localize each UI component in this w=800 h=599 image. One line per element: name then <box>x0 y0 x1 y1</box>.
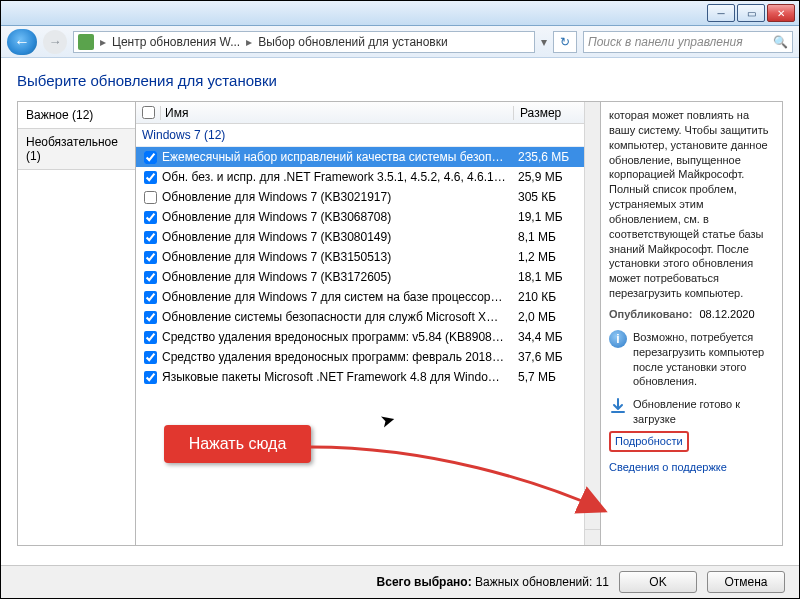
search-placeholder: Поиск в панели управления <box>588 35 743 49</box>
breadcrumb-segment[interactable]: Выбор обновлений для установки <box>258 35 448 49</box>
row-checkbox[interactable] <box>144 231 157 244</box>
table-row[interactable]: Обновление для Windows 7 (KB3021917)305 … <box>136 187 584 207</box>
row-checkbox[interactable] <box>144 331 157 344</box>
maximize-button[interactable]: ▭ <box>737 4 765 22</box>
tab-label: Важное (12) <box>26 108 93 122</box>
table-row[interactable]: Обновление для Windows 7 (KB3150513)1,2 … <box>136 247 584 267</box>
row-size: 1,2 МБ <box>512 250 582 264</box>
page-title: Выберите обновления для установки <box>17 72 783 89</box>
row-checkbox[interactable] <box>144 371 157 384</box>
search-icon: 🔍 <box>773 35 788 49</box>
row-name: Обновление для Windows 7 (KB3150513) <box>162 250 512 264</box>
scroll-corner <box>584 529 600 545</box>
row-name: Языковые пакеты Microsoft .NET Framework… <box>162 370 512 384</box>
row-checkbox[interactable] <box>144 151 157 164</box>
select-all-checkbox[interactable] <box>142 106 155 119</box>
close-button[interactable]: ✕ <box>767 4 795 22</box>
row-size: 210 КБ <box>512 290 582 304</box>
row-size: 37,6 МБ <box>512 350 582 364</box>
row-name: Обновление для Windows 7 (KB3172605) <box>162 270 512 284</box>
row-name: Средство удаления вредоносных программ: … <box>162 350 512 364</box>
row-size: 18,1 МБ <box>512 270 582 284</box>
bottom-bar: Всего выбрано: Важных обновлений: 11 OK … <box>1 565 799 598</box>
window: ─ ▭ ✕ ← → ▸ Центр обновления W... ▸ Выбо… <box>0 0 800 599</box>
table-row[interactable]: Обновление системы безопасности для служ… <box>136 307 584 327</box>
forward-button: → <box>43 30 67 54</box>
row-size: 25,9 МБ <box>512 170 582 184</box>
row-checkbox[interactable] <box>144 191 157 204</box>
row-checkbox[interactable] <box>144 291 157 304</box>
table-row[interactable]: Средство удаления вредоносных программ: … <box>136 347 584 367</box>
row-name: Ежемесячный набор исправлений качества с… <box>162 150 512 164</box>
table-row[interactable]: Обновление для Windows 7 (KB3068708)19,1… <box>136 207 584 227</box>
tab-important[interactable]: Важное (12) <box>18 102 135 129</box>
navbar: ← → ▸ Центр обновления W... ▸ Выбор обно… <box>1 26 799 58</box>
content-area: Выберите обновления для установки Важное… <box>1 58 799 565</box>
dropdown-icon[interactable]: ▾ <box>541 35 547 49</box>
status-label: Всего выбрано: <box>377 575 472 589</box>
update-description: которая может повлиять на вашу систему. … <box>609 108 774 301</box>
row-checkbox[interactable] <box>144 311 157 324</box>
vertical-scrollbar[interactable] <box>584 124 600 545</box>
row-name: Обн. без. и испр. для .NET Framework 3.5… <box>162 170 512 184</box>
download-icon <box>609 397 627 415</box>
table-row[interactable]: Ежемесячный набор исправлений качества с… <box>136 147 584 167</box>
row-checkbox[interactable] <box>144 351 157 364</box>
support-link[interactable]: Сведения о поддержке <box>609 461 727 473</box>
row-name: Обновление для Windows 7 (KB3021917) <box>162 190 512 204</box>
chevron-right-icon: ▸ <box>246 35 252 49</box>
titlebar: ─ ▭ ✕ <box>1 1 799 26</box>
row-name: Средство удаления вредоносных программ: … <box>162 330 512 344</box>
row-name: Обновление для Windows 7 (KB3068708) <box>162 210 512 224</box>
published-label: Опубликовано: <box>609 308 692 320</box>
row-size: 305 КБ <box>512 190 582 204</box>
row-name: Обновление для Windows 7 для систем на б… <box>162 290 512 304</box>
search-input[interactable]: Поиск в панели управления 🔍 <box>583 31 793 53</box>
row-checkbox[interactable] <box>144 211 157 224</box>
table-row[interactable]: Обновление для Windows 7 для систем на б… <box>136 287 584 307</box>
control-panel-icon <box>78 34 94 50</box>
list-header: Имя Размер <box>136 102 600 124</box>
row-size: 235,6 МБ <box>512 150 582 164</box>
column-header-name[interactable]: Имя <box>160 106 514 120</box>
list-group-header[interactable]: Windows 7 (12) <box>136 124 584 147</box>
chevron-right-icon: ▸ <box>100 35 106 49</box>
table-row[interactable]: Средство удаления вредоносных программ: … <box>136 327 584 347</box>
arrow-right-icon: → <box>49 34 62 49</box>
download-ready: Обновление готово к загрузке <box>633 397 774 427</box>
published-date: 08.12.2020 <box>700 308 755 320</box>
row-size: 19,1 МБ <box>512 210 582 224</box>
row-size: 8,1 МБ <box>512 230 582 244</box>
table-row[interactable]: Обновление для Windows 7 (KB3080149)8,1 … <box>136 227 584 247</box>
row-size: 5,7 МБ <box>512 370 582 384</box>
details-link[interactable]: Подробности <box>609 431 689 452</box>
address-bar[interactable]: ▸ Центр обновления W... ▸ Выбор обновлен… <box>73 31 535 53</box>
table-row[interactable]: Обновление для Windows 7 (KB3172605)18,1… <box>136 267 584 287</box>
column-header-size[interactable]: Размер <box>514 106 584 120</box>
table-row[interactable]: Языковые пакеты Microsoft .NET Framework… <box>136 367 584 387</box>
row-size: 34,4 МБ <box>512 330 582 344</box>
info-icon: i <box>609 330 627 348</box>
row-size: 2,0 МБ <box>512 310 582 324</box>
row-checkbox[interactable] <box>144 171 157 184</box>
ok-button[interactable]: OK <box>619 571 697 593</box>
minimize-button[interactable]: ─ <box>707 4 735 22</box>
tab-optional[interactable]: Необязательное (1) <box>18 129 135 170</box>
restart-notice: Возможно, потребуется перезагрузить комп… <box>633 330 774 389</box>
updates-list: Имя Размер Windows 7 (12) Ежемесячный на… <box>135 101 601 546</box>
row-checkbox[interactable] <box>144 251 157 264</box>
breadcrumb-segment[interactable]: Центр обновления W... <box>112 35 240 49</box>
details-pane: которая может повлиять на вашу систему. … <box>601 101 783 546</box>
row-name: Обновление системы безопасности для служ… <box>162 310 512 324</box>
category-tabs: Важное (12) Необязательное (1) <box>17 101 135 546</box>
back-button[interactable]: ← <box>7 29 37 55</box>
tab-label: Необязательное (1) <box>26 135 118 163</box>
status-value: Важных обновлений: 11 <box>475 575 609 589</box>
row-checkbox[interactable] <box>144 271 157 284</box>
refresh-button[interactable]: ↻ <box>553 31 577 53</box>
scrollbar-placeholder <box>584 102 600 124</box>
cancel-button[interactable]: Отмена <box>707 571 785 593</box>
table-row[interactable]: Обн. без. и испр. для .NET Framework 3.5… <box>136 167 584 187</box>
refresh-icon: ↻ <box>560 35 570 49</box>
arrow-left-icon: ← <box>14 33 30 51</box>
